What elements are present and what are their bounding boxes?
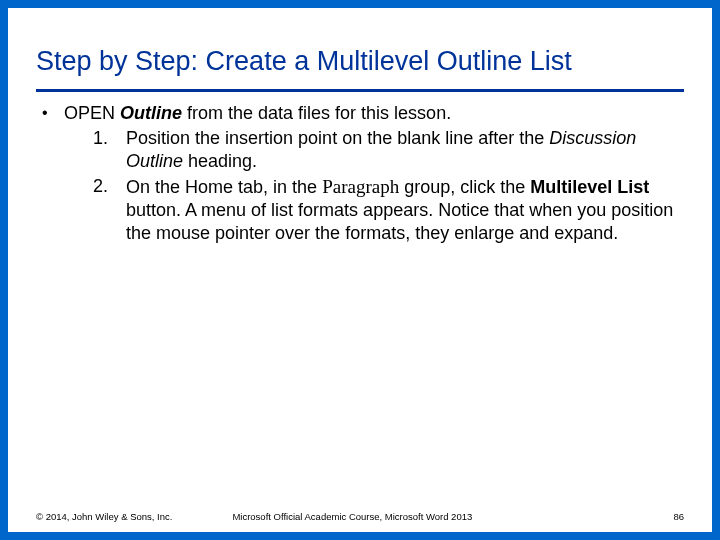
title-block: Step by Step: Create a Multilevel Outlin… [8, 8, 712, 83]
bullet-suffix: from the data files for this lesson. [182, 103, 451, 123]
slide-title: Step by Step: Create a Multilevel Outlin… [36, 46, 684, 77]
footer-copyright: © 2014, John Wiley & Sons, Inc. [36, 511, 232, 522]
numbered-list: 1. Position the insertion point on the b… [64, 127, 678, 245]
bullet-filename: Outline [120, 103, 182, 123]
bullet-item: • OPEN Outline from the data files for t… [42, 102, 678, 245]
list-item: 2. On the Home tab, in the Paragraph gro… [64, 175, 678, 245]
body-content: • OPEN Outline from the data files for t… [8, 92, 712, 245]
bullet-prefix: OPEN [64, 103, 120, 123]
footer-page-number: 86 [673, 511, 684, 522]
step1-part1: Position the insertion point on the blan… [126, 128, 549, 148]
bullet-mark-icon: • [42, 102, 64, 123]
list-text: On the Home tab, in the Paragraph group,… [126, 175, 678, 245]
slide-frame: Step by Step: Create a Multilevel Outlin… [0, 0, 720, 540]
list-number: 1. [64, 127, 126, 150]
footer: © 2014, John Wiley & Sons, Inc. Microsof… [36, 511, 684, 522]
list-item: 1. Position the insertion point on the b… [64, 127, 678, 173]
step2-serif: Paragraph [322, 176, 399, 197]
step2-part1: On the Home tab, in the [126, 177, 322, 197]
bullet-text: OPEN Outline from the data files for thi… [64, 102, 678, 245]
step2-part3: button. A menu of list formats appears. … [126, 200, 673, 243]
step2-bold: Multilevel List [530, 177, 649, 197]
list-text: Position the insertion point on the blan… [126, 127, 678, 173]
list-number: 2. [64, 175, 126, 198]
step2-part2: group, click the [399, 177, 530, 197]
step1-part2: heading. [183, 151, 257, 171]
footer-course: Microsoft Official Academic Course, Micr… [232, 511, 673, 522]
